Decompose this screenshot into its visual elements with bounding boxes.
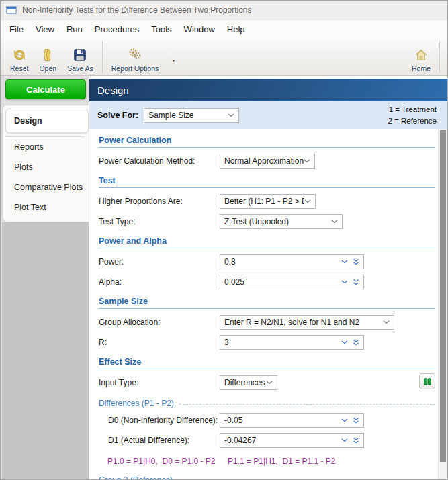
double-chevron-expand-icon[interactable] [353,339,359,346]
higher-proportions-select[interactable]: Better (H1: P1 - P2 > D0) [220,194,316,209]
formula-h1: P1.1 = P1|H1, D1 = P1.1 - P2 [228,457,336,466]
chevron-down-icon [341,418,348,422]
chevron-down-icon [228,113,234,117]
section-effect-size: Effect Size [99,357,435,369]
sidebar-item-plot-text[interactable]: Plot Text [5,197,89,218]
input-type-select[interactable]: Differences [220,375,277,390]
reset-button[interactable]: Reset [5,39,34,75]
power-input[interactable]: 0.8 [220,254,364,269]
subsection-group2: Group 2 (Reference) [99,475,435,479]
toolbar-spacer [164,39,406,75]
menu-run[interactable]: Run [60,24,89,34]
toolbar: Reset Open Save As [1,38,447,76]
chevron-down-icon [331,220,338,224]
chevron-down-icon [341,340,348,344]
main-area: Calculate Design Reports Plots Comparati… [1,76,447,479]
group-allocation-row: Group Allocation: Enter R = N2/N1, solve… [99,314,435,330]
sidebar-tab-panel: Design Reports Plots Comparative Plots P… [2,105,89,222]
group-legend: 1 = Treatment 2 = Reference [388,104,437,127]
section-sample-size: Sample Size [99,297,435,309]
power-method-row: Power Calculation Method: Normal Approxi… [99,153,435,169]
d1-row: D1 (Actual Difference): -0.04267 [99,432,435,448]
sidebar-item-reports[interactable]: Reports [5,137,89,157]
higher-proportions-label: Higher Proportions Are: [99,197,220,206]
power-method-select[interactable]: Normal Approximation [220,154,315,169]
save-as-button[interactable]: Save As [62,39,99,75]
test-type-select[interactable]: Z-Test (Unpooled) [220,214,343,229]
open-button[interactable]: Open [34,39,62,75]
content-panel: Design Solve For: Sample Size 1 = Treatm… [89,76,447,479]
chevron-down-icon [341,438,348,442]
solve-for-strip: Solve For: Sample Size 1 = Treatment 2 =… [89,101,447,129]
group-allocation-select[interactable]: Enter R = N2/N1, solve for N1 and N2 [220,315,394,330]
d0-label: D0 (Non-Inferiority Difference): [99,416,220,425]
solve-for-select[interactable]: Sample Size [144,108,239,123]
d0-row: D0 (Non-Inferiority Difference): -0.05 [99,412,435,428]
menu-file[interactable]: File [3,24,30,34]
sidebar-item-design[interactable]: Design [5,109,89,133]
menu-tools[interactable]: Tools [145,24,177,34]
chevron-down-icon [304,199,311,203]
legend-line-1: 1 = Treatment [388,104,437,115]
chevron-down-icon [383,320,390,324]
app-window: Non-Inferiority Tests for the Difference… [0,0,448,480]
chevron-down-icon [266,381,273,385]
sidebar: Calculate Design Reports Plots Comparati… [1,76,89,479]
scrollbar-thumb[interactable] [440,130,446,462]
report-options-dropdown-icon[interactable]: ▾ [172,58,175,64]
home-icon [414,48,429,62]
power-row: Power: 0.8 [99,254,435,270]
d1-input[interactable]: -0.04267 [220,433,364,448]
dashed-divider [179,404,435,405]
section-power-and-alpha: Power and Alpha [99,236,435,248]
test-type-label: Test Type: [99,217,220,226]
sidebar-item-comparative-plots[interactable]: Comparative Plots [5,177,89,197]
legend-line-2: 2 = Reference [388,115,437,127]
chevron-down-icon [304,159,310,163]
page-title: Design [89,79,447,101]
power-label: Power: [99,257,220,267]
group-allocation-label: Group Allocation: [99,318,220,327]
window-title: Non-Inferiority Tests for the Difference… [22,5,252,15]
toolbar-separator [102,41,103,73]
save-floppy-icon [73,48,87,62]
open-folder-icon [40,48,55,62]
title-bar: Non-Inferiority Tests for the Difference… [1,1,447,19]
double-chevron-expand-icon[interactable] [353,417,359,424]
menu-bar: File View Run Procedures Tools Window He… [1,19,447,38]
design-form: Power Calculation Power Calculation Meth… [89,129,447,479]
home-button[interactable]: Home [406,39,436,75]
menu-view[interactable]: View [30,24,60,34]
compare-values-button[interactable] [419,373,435,389]
formulas-row: P1.0 = P1|H0, D0 = P1.0 - P2 P1.1 = P1|H… [99,457,435,466]
menu-help[interactable]: Help [221,24,251,34]
double-chevron-expand-icon[interactable] [353,258,359,266]
double-chevron-expand-icon[interactable] [353,279,359,286]
section-test: Test [99,176,435,188]
alpha-row: Alpha: 0.025 [99,274,435,290]
vertical-scrollbar[interactable] [438,129,447,479]
input-type-label: Input Type: [99,378,220,387]
input-type-row: Input Type: Differences [99,375,435,391]
section-power-calculation: Power Calculation [99,136,435,148]
r-input[interactable]: 3 [220,335,364,350]
report-options-button[interactable]: Report Options ▾ [106,39,165,75]
d1-label: D1 (Actual Difference): [99,436,220,445]
power-method-label: Power Calculation Method: [99,156,220,166]
chevron-down-icon [341,260,348,264]
subsection-differences: Differences (P1 - P2) [99,399,435,408]
solve-for-label: Solve For: [97,111,138,120]
alpha-label: Alpha: [99,277,220,287]
green-bars-icon [422,377,433,387]
test-type-row: Test Type: Z-Test (Unpooled) [99,213,435,230]
double-chevron-expand-icon[interactable] [353,437,359,444]
sidebar-item-plots[interactable]: Plots [5,157,89,177]
alpha-input[interactable]: 0.025 [220,275,364,289]
menu-procedures[interactable]: Procedures [89,24,145,34]
d0-input[interactable]: -0.05 [220,413,364,428]
reset-icon [12,48,27,62]
menu-window[interactable]: Window [178,24,221,34]
r-row: R: 3 [99,334,435,350]
calculate-button[interactable]: Calculate [5,79,86,99]
sidebar-empty-area [2,222,89,479]
